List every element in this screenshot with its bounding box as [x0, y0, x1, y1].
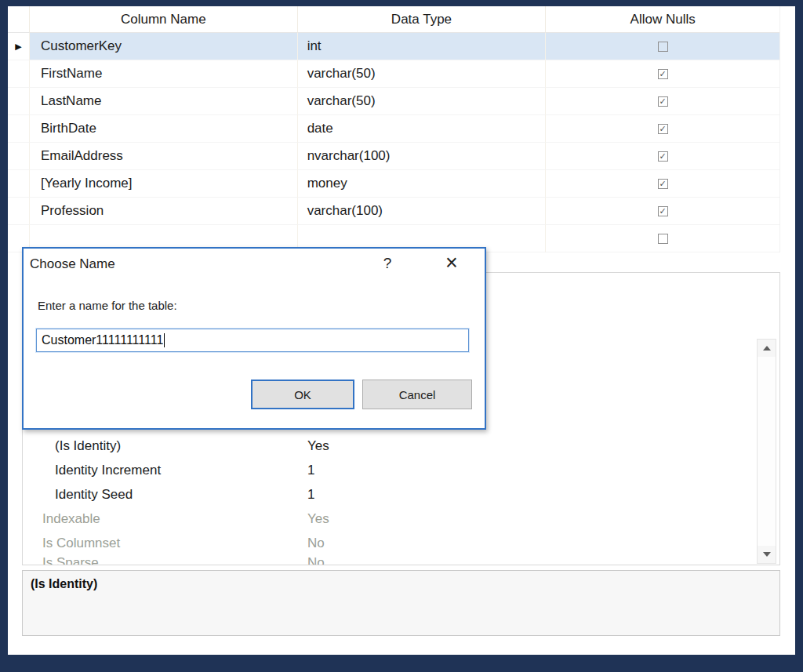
- table-name-input[interactable]: Customer11111111111: [36, 329, 469, 352]
- property-label: Identity Seed: [24, 487, 307, 503]
- table-row[interactable]: Professionvarchar(100)✓: [8, 198, 779, 225]
- property-value[interactable]: No: [307, 555, 753, 565]
- data-type-cell[interactable]: varchar(100): [298, 198, 547, 225]
- row-indicator[interactable]: ▶: [8, 33, 30, 60]
- row-indicator[interactable]: [8, 88, 30, 115]
- allow-nulls-cell[interactable]: ✓: [546, 198, 779, 225]
- property-value[interactable]: Yes: [307, 438, 753, 454]
- table-name-value: Customer11111111111: [42, 333, 163, 347]
- choose-name-dialog: Choose Name ? × Enter a name for the tab…: [22, 247, 486, 430]
- data-type-cell[interactable]: int: [298, 33, 547, 60]
- grid-corner-cell: [8, 6, 30, 33]
- header-allow-nulls: Allow Nulls: [546, 6, 779, 33]
- designer-grid-body: ▶CustomerKeyintFirstNamevarchar(50)✓Last…: [8, 33, 779, 252]
- property-value[interactable]: 1: [307, 463, 753, 478]
- allow-nulls-checkbox[interactable]: ✓: [658, 179, 668, 189]
- column-name-cell[interactable]: CustomerKey: [30, 33, 298, 60]
- scroll-up-icon: [763, 346, 771, 351]
- allow-nulls-checkbox[interactable]: ✓: [658, 69, 668, 79]
- text-caret: [164, 333, 165, 347]
- column-name-cell[interactable]: Profession: [30, 198, 298, 225]
- property-row[interactable]: Identity Increment1: [24, 458, 753, 482]
- row-indicator[interactable]: [8, 60, 30, 88]
- properties-scrollbar[interactable]: [757, 339, 776, 564]
- allow-nulls-cell[interactable]: [546, 33, 779, 60]
- allow-nulls-cell[interactable]: ✓: [546, 143, 779, 170]
- property-row[interactable]: Is SparseNo: [24, 555, 753, 565]
- table-name-label: Enter a name for the table:: [38, 299, 177, 312]
- allow-nulls-cell[interactable]: ✓: [546, 60, 779, 88]
- column-name-cell[interactable]: EmailAddress: [30, 143, 298, 170]
- allow-nulls-checkbox[interactable]: [658, 234, 668, 244]
- scroll-down-icon: [763, 552, 771, 557]
- data-type-cell[interactable]: varchar(50): [298, 60, 547, 88]
- allow-nulls-checkbox[interactable]: ✓: [658, 124, 668, 134]
- property-value[interactable]: No: [307, 536, 753, 551]
- data-type-cell[interactable]: date: [298, 115, 547, 143]
- allow-nulls-checkbox[interactable]: [658, 42, 668, 52]
- allow-nulls-checkbox[interactable]: ✓: [658, 96, 668, 107]
- columns-designer-grid: Column Name Data Type Allow Nulls ▶Custo…: [8, 6, 780, 252]
- dialog-title: Choose Name: [30, 256, 115, 272]
- property-row[interactable]: (Is Identity)Yes: [24, 434, 753, 458]
- property-row[interactable]: IndexableYes: [24, 507, 753, 531]
- table-row[interactable]: LastNamevarchar(50)✓: [8, 88, 779, 115]
- column-name-cell[interactable]: LastName: [30, 88, 298, 115]
- data-type-cell[interactable]: nvarchar(100): [298, 143, 547, 170]
- data-type-cell[interactable]: varchar(50): [298, 88, 547, 115]
- property-label: Is Columnset: [24, 536, 307, 551]
- table-row[interactable]: [Yearly Income]money✓: [8, 170, 779, 198]
- column-name-cell[interactable]: [Yearly Income]: [30, 170, 298, 198]
- row-indicator[interactable]: [8, 115, 30, 143]
- property-description-panel: (Is Identity): [22, 570, 780, 636]
- cancel-button[interactable]: Cancel: [362, 380, 472, 409]
- table-row[interactable]: BirthDatedate✓: [8, 115, 779, 143]
- property-row[interactable]: Is ColumnsetNo: [24, 531, 753, 555]
- table-row[interactable]: EmailAddressnvarchar(100)✓: [8, 143, 779, 170]
- table-row[interactable]: ▶CustomerKeyint: [8, 33, 779, 60]
- help-icon[interactable]: ?: [378, 255, 397, 272]
- header-data-type: Data Type: [298, 6, 547, 33]
- allow-nulls-cell[interactable]: ✓: [546, 170, 779, 198]
- allow-nulls-checkbox[interactable]: ✓: [658, 151, 668, 162]
- property-description-title: (Is Identity): [31, 577, 779, 591]
- property-label: Identity Increment: [24, 463, 307, 478]
- row-indicator[interactable]: [8, 170, 30, 198]
- property-label: (Is Identity): [24, 438, 307, 454]
- table-row[interactable]: FirstNamevarchar(50)✓: [8, 60, 779, 88]
- grid-header-row: Column Name Data Type Allow Nulls: [8, 6, 779, 33]
- property-label: Indexable: [24, 511, 307, 527]
- allow-nulls-cell[interactable]: [546, 225, 779, 252]
- row-indicator[interactable]: [8, 143, 30, 170]
- property-row[interactable]: Identity Seed1: [24, 482, 753, 507]
- property-value[interactable]: Yes: [307, 511, 753, 527]
- column-name-cell[interactable]: BirthDate: [30, 115, 298, 143]
- header-column-name: Column Name: [30, 6, 298, 33]
- ok-button[interactable]: OK: [251, 380, 354, 409]
- property-value[interactable]: 1: [307, 487, 753, 503]
- close-icon[interactable]: ×: [441, 249, 463, 277]
- allow-nulls-cell[interactable]: ✓: [546, 88, 779, 115]
- allow-nulls-cell[interactable]: ✓: [546, 115, 779, 143]
- allow-nulls-checkbox[interactable]: ✓: [658, 206, 668, 216]
- property-rows: (Is Identity)YesIdentity Increment1Ident…: [24, 434, 753, 565]
- column-name-cell[interactable]: FirstName: [30, 60, 298, 88]
- property-label: Is Sparse: [24, 555, 307, 565]
- row-indicator[interactable]: [8, 198, 30, 225]
- scroll-down-button[interactable]: [758, 546, 776, 563]
- scroll-up-button[interactable]: [758, 340, 776, 357]
- current-row-arrow-icon: ▶: [15, 42, 21, 52]
- table-designer-window: Column Name Data Type Allow Nulls ▶Custo…: [8, 6, 795, 655]
- data-type-cell[interactable]: money: [298, 170, 547, 198]
